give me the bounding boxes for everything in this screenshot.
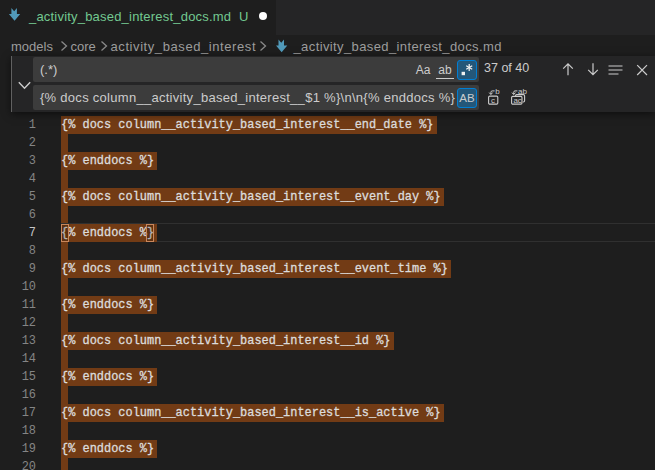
svg-text:ac: ac (513, 96, 521, 105)
svg-text:c: c (491, 96, 495, 105)
svg-text:b: b (495, 87, 500, 96)
